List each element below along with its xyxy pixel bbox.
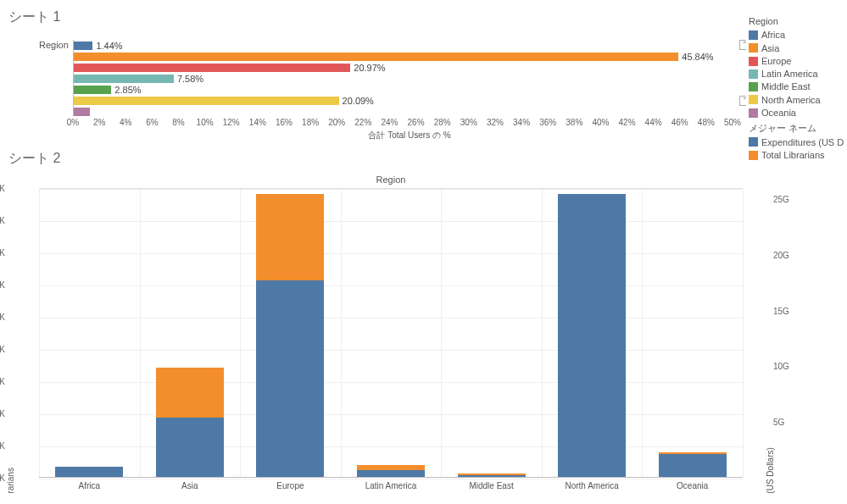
group-sep bbox=[743, 189, 744, 477]
sheet2-region-title: Region bbox=[39, 174, 743, 185]
ytick-left: 100K bbox=[0, 409, 5, 418]
xtick: 16% bbox=[276, 118, 293, 127]
sheet1-chart: Region ˄ ˅ Africa1.44%Asia45.84%Europe20… bbox=[8, 40, 847, 141]
xtick: 28% bbox=[434, 118, 451, 127]
category-label: Oceania bbox=[659, 481, 727, 490]
gridline bbox=[39, 318, 743, 318]
hbar[interactable] bbox=[74, 108, 90, 116]
category-label: Asia bbox=[156, 481, 224, 490]
group-sep bbox=[441, 189, 442, 477]
hbar-value: 20.09% bbox=[343, 96, 374, 106]
group-sep bbox=[140, 189, 141, 477]
ytick-left: 200K bbox=[0, 345, 5, 354]
ytick-right: 20G bbox=[773, 250, 789, 259]
category-label: North America bbox=[558, 481, 626, 490]
legend-item-measure[interactable]: Total Librarians bbox=[749, 149, 844, 161]
sheet2-chart: Region 0K50K100K150K200K250K300K350K400K… bbox=[0, 174, 847, 493]
xtick: 30% bbox=[460, 118, 477, 127]
hbar-row: Africa1.44% bbox=[74, 40, 746, 51]
hbar[interactable] bbox=[74, 64, 350, 72]
xtick: 22% bbox=[354, 118, 371, 127]
xtick: 4% bbox=[120, 118, 131, 127]
ytick-right: 25G bbox=[773, 195, 789, 204]
legend-region-title: Region bbox=[749, 15, 844, 27]
xtick: 42% bbox=[619, 118, 636, 127]
hbar-row: Europe20.97% bbox=[74, 62, 746, 73]
sheet2-title: シート 2 bbox=[8, 150, 847, 168]
xtick: 6% bbox=[146, 118, 158, 127]
ytick-right: 5G bbox=[773, 418, 784, 427]
category-label: Middle East bbox=[458, 481, 526, 490]
xtick: 34% bbox=[513, 118, 530, 127]
ytick-left: 300K bbox=[0, 280, 5, 290]
xtick: 8% bbox=[172, 118, 184, 127]
gridline bbox=[39, 479, 743, 479]
category-label: Latin America bbox=[357, 481, 425, 490]
group-sep bbox=[39, 189, 40, 477]
hbar-row: Middle East2.85% bbox=[74, 84, 746, 95]
sheet2-yaxis-right-title: Expenditures (US Dollars) bbox=[766, 447, 776, 493]
bar-expenditures[interactable] bbox=[156, 418, 224, 477]
sheet1-region-label: Region bbox=[39, 40, 69, 50]
xtick: 36% bbox=[539, 118, 556, 127]
xtick: 40% bbox=[592, 118, 609, 127]
xtick: 26% bbox=[408, 118, 425, 127]
sheet1-title: シート 1 bbox=[8, 8, 847, 26]
xtick: 46% bbox=[671, 118, 688, 127]
xtick: 10% bbox=[197, 118, 214, 127]
hbar-value: 7.58% bbox=[177, 74, 203, 84]
hbar[interactable] bbox=[74, 75, 174, 83]
swatch-icon bbox=[749, 30, 758, 40]
category-label: Africa bbox=[55, 481, 123, 490]
group-sep bbox=[642, 189, 643, 477]
ytick-left: 250K bbox=[0, 313, 5, 322]
gridline bbox=[39, 285, 743, 286]
xtick: 24% bbox=[381, 118, 398, 127]
gridline bbox=[39, 221, 743, 222]
ytick-right: 10G bbox=[773, 362, 789, 371]
ytick-left: 0K bbox=[0, 474, 5, 483]
hbar[interactable] bbox=[74, 53, 678, 61]
bar-expenditures[interactable] bbox=[256, 280, 324, 477]
ytick-left: 450K bbox=[0, 184, 5, 193]
xtick: 12% bbox=[223, 118, 240, 127]
gridline bbox=[39, 446, 743, 447]
xtick: 32% bbox=[487, 118, 504, 127]
xtick: 20% bbox=[328, 118, 345, 127]
group-sep bbox=[341, 189, 342, 477]
swatch-icon bbox=[749, 151, 758, 160]
sheet2-yaxis-left-title: Total Librarians bbox=[6, 468, 15, 493]
xtick: 38% bbox=[566, 118, 582, 127]
hbar[interactable] bbox=[74, 42, 92, 50]
gridline bbox=[39, 350, 743, 351]
gridline bbox=[39, 253, 743, 254]
sheet2-plot: AfricaAsiaEuropeLatin AmericaMiddle East… bbox=[39, 188, 743, 478]
hbar-value: 45.84% bbox=[682, 52, 713, 62]
hbar-value: 2.85% bbox=[114, 85, 141, 95]
gridline bbox=[39, 414, 743, 415]
hbar-value: 20.97% bbox=[354, 63, 385, 73]
bar-expenditures[interactable] bbox=[357, 470, 425, 477]
bar-expenditures[interactable] bbox=[55, 467, 123, 477]
hbar[interactable] bbox=[74, 97, 339, 105]
xtick: 44% bbox=[645, 118, 662, 127]
ytick-right: 15G bbox=[773, 306, 789, 315]
legend-label: Total Librarians bbox=[761, 149, 825, 161]
sheet1-xaxis: 0%2%4%6%8%10%12%14%16%18%20%22%24%26%28%… bbox=[73, 116, 746, 128]
bar-expenditures[interactable] bbox=[659, 454, 727, 477]
bar-expenditures[interactable] bbox=[458, 475, 526, 477]
ytick-left: 350K bbox=[0, 248, 5, 258]
xtick: 18% bbox=[302, 118, 319, 127]
bar-expenditures[interactable] bbox=[558, 194, 626, 477]
group-sep bbox=[240, 189, 241, 477]
hbar[interactable] bbox=[74, 86, 111, 94]
gridline bbox=[39, 382, 743, 383]
xtick: 48% bbox=[698, 118, 715, 127]
hbar-value: 1.44% bbox=[96, 41, 122, 51]
xtick: 50% bbox=[724, 118, 741, 127]
category-label: Europe bbox=[256, 481, 324, 490]
ytick-left: 150K bbox=[0, 377, 5, 386]
gridline bbox=[39, 189, 743, 190]
ytick-left: 400K bbox=[0, 216, 5, 225]
xtick: 0% bbox=[67, 118, 79, 127]
